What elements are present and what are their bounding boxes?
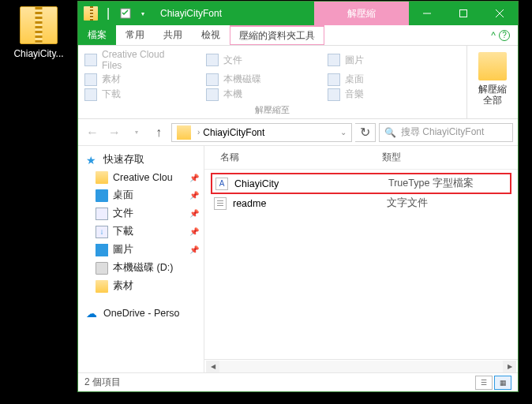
ribbon-tabs: 檔案 常用 共用 檢視 壓縮的資料夾工具 ^ ? (78, 25, 518, 46)
onedrive-icon: ☁ (86, 307, 99, 320)
horizontal-scrollbar[interactable]: ◀ ▶ (204, 359, 518, 372)
navigation-bar: ← → ▾ ↑ › ChiayiCityFont ⌄ ↻ 🔍 搜尋 Chiayi… (78, 119, 518, 146)
text-file-icon (214, 197, 227, 210)
ribbon-dest-3[interactable]: 素材 (84, 73, 187, 86)
breadcrumb-zip-icon (177, 125, 191, 140)
nav-up-button[interactable]: ↑ (149, 123, 168, 142)
column-type[interactable]: 類型 (382, 151, 510, 164)
search-input[interactable]: 🔍 搜尋 ChiayiCityFont (379, 123, 513, 142)
ribbon-dest-8[interactable]: 音樂 (328, 88, 430, 101)
sidebar-item-6[interactable]: 素材 (78, 277, 204, 295)
file-row[interactable]: AChiayiCityTrueType 字型檔案 (211, 173, 511, 194)
folder-icon (328, 54, 340, 66)
app-icon[interactable] (83, 6, 99, 21)
sidebar-icon (96, 189, 108, 202)
pin-icon: 📌 (189, 174, 199, 182)
folder-icon (328, 88, 340, 101)
qat-properties-icon[interactable] (118, 6, 133, 21)
view-details-button[interactable]: ☰ (475, 376, 493, 390)
folder-icon (84, 73, 97, 86)
ribbon-dest-1[interactable]: 文件 (206, 49, 309, 71)
pin-icon: 📌 (189, 209, 199, 218)
refresh-button[interactable]: ↻ (355, 123, 376, 142)
folder-icon (328, 73, 340, 86)
column-headers: 名稱 類型 (204, 146, 518, 170)
desktop-icon-label: ChiayiCity... (9, 48, 68, 59)
qat-dropdown-icon[interactable]: ▾ (135, 6, 151, 21)
navigation-pane: ★ 快速存取 Creative Clou📌桌面📌文件📌下載📌圖片📌本機磁碟 (D… (78, 146, 204, 372)
ribbon-dest-6[interactable]: 下載 (84, 88, 187, 101)
ribbon-dest-5[interactable]: 桌面 (328, 73, 430, 86)
extract-all-button[interactable]: 解壓縮 全部 (478, 84, 507, 107)
folder-icon (84, 54, 97, 66)
search-placeholder: 搜尋 ChiayiCityFont (401, 125, 484, 139)
tab-view[interactable]: 檢視 (192, 25, 230, 45)
sidebar-item-4[interactable]: 圖片📌 (78, 241, 204, 259)
sidebar-icon (96, 208, 108, 220)
sidebar-icon (96, 171, 108, 184)
window-title: ChiayiCityFont (160, 8, 222, 19)
tab-file[interactable]: 檔案 (78, 25, 116, 45)
scroll-left-icon[interactable]: ◀ (206, 361, 219, 372)
item-count: 2 個項目 (84, 376, 121, 389)
ribbon: Creative Cloud Files文件圖片素材本機磁碟桌面下載本機音樂 解… (78, 46, 518, 119)
folder-icon (206, 73, 219, 86)
sidebar-icon (96, 226, 108, 238)
titlebar: | ▾ ChiayiCityFont 解壓縮 (78, 2, 518, 25)
pin-icon: 📌 (189, 191, 199, 200)
sidebar-icon (96, 244, 108, 256)
sidebar-item-2[interactable]: 文件📌 (78, 204, 204, 223)
search-icon: 🔍 (384, 127, 396, 138)
file-row[interactable]: readme文字文件 (211, 194, 511, 212)
font-file-icon: A (215, 178, 228, 190)
view-icons-button[interactable]: ▦ (494, 376, 511, 390)
folder-icon (84, 88, 97, 101)
sidebar-icon (96, 280, 108, 293)
file-type: 文字文件 (387, 196, 428, 210)
ribbon-collapse-button[interactable]: ^ ? (483, 25, 518, 45)
close-button[interactable] (481, 2, 518, 25)
explorer-window: | ▾ ChiayiCityFont 解壓縮 檔案 常用 共用 檢視 壓縮的資料… (77, 1, 519, 392)
zip-icon (20, 6, 58, 44)
address-bar[interactable]: › ChiayiCityFont ⌄ (171, 123, 352, 142)
file-type: TrueType 字型檔案 (388, 177, 474, 190)
minimize-button[interactable] (409, 2, 445, 25)
context-tab-extract[interactable]: 解壓縮 (314, 2, 409, 25)
folder-icon (206, 54, 219, 66)
extract-all-icon (478, 52, 507, 80)
sidebar-onedrive[interactable]: ☁ OneDrive - Perso (78, 305, 204, 322)
pin-icon: 📌 (189, 245, 199, 254)
ribbon-dest-2[interactable]: 圖片 (328, 49, 430, 71)
nav-recent-dropdown[interactable]: ▾ (127, 123, 146, 142)
nav-forward-button[interactable]: → (105, 123, 124, 142)
sidebar-quick-access[interactable]: ★ 快速存取 (78, 151, 204, 169)
sidebar-item-5[interactable]: 本機磁碟 (D:) (78, 259, 204, 277)
column-name[interactable]: 名稱 (212, 151, 382, 164)
status-bar: 2 個項目 ☰ ▦ (78, 372, 518, 391)
file-list-view: 名稱 類型 AChiayiCityTrueType 字型檔案readme文字文件… (204, 146, 518, 372)
tab-home[interactable]: 常用 (116, 25, 154, 45)
maximize-button[interactable] (445, 2, 481, 25)
tab-compressed-tools[interactable]: 壓縮的資料夾工具 (230, 25, 324, 45)
file-name: ChiayiCity (234, 178, 388, 189)
sidebar-item-0[interactable]: Creative Clou📌 (78, 169, 204, 186)
chevron-right-icon[interactable]: › (194, 128, 203, 137)
svg-rect-2 (460, 10, 467, 17)
qat-separator: | (100, 6, 116, 21)
sidebar-item-1[interactable]: 桌面📌 (78, 186, 204, 204)
nav-back-button[interactable]: ← (83, 123, 102, 142)
file-name: readme (233, 198, 387, 209)
sidebar-icon (96, 262, 108, 275)
ribbon-dest-4[interactable]: 本機磁碟 (206, 73, 309, 86)
sidebar-item-3[interactable]: 下載📌 (78, 223, 204, 241)
breadcrumb-current[interactable]: ChiayiCityFont (203, 127, 264, 138)
ribbon-panel-label: 解壓縮至 (84, 104, 460, 116)
desktop-zip-file[interactable]: ChiayiCity... (9, 6, 68, 59)
star-icon: ★ (86, 154, 99, 166)
chevron-down-icon[interactable]: ⌄ (340, 128, 350, 137)
scroll-right-icon[interactable]: ▶ (503, 361, 516, 372)
ribbon-dest-0[interactable]: Creative Cloud Files (84, 49, 187, 71)
ribbon-dest-7[interactable]: 本機 (206, 88, 309, 101)
tab-share[interactable]: 共用 (154, 25, 192, 45)
pin-icon: 📌 (189, 227, 199, 236)
